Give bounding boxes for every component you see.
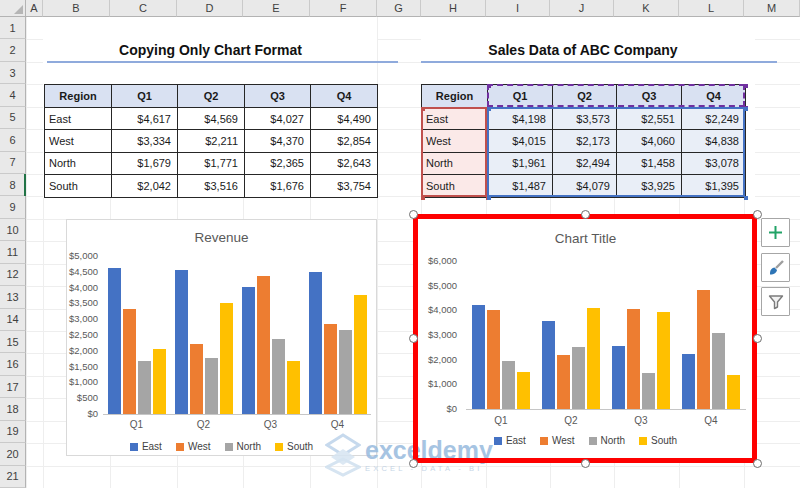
legend-item-south[interactable]: South [639, 435, 677, 446]
x-axis-category-label[interactable]: Q4 [676, 415, 746, 426]
row-header-2[interactable]: 2 [0, 39, 26, 61]
chart-styles-button[interactable] [761, 253, 790, 282]
x-axis-line[interactable] [466, 409, 746, 410]
table-cell[interactable]: West [45, 130, 112, 152]
y-axis-tick-label[interactable]: $3,000 [67, 313, 98, 324]
table-cell[interactable]: $4,198 [488, 108, 553, 130]
y-axis-tick-label[interactable]: $2,000 [67, 345, 98, 356]
row-header-20[interactable]: 20 [0, 443, 26, 465]
bar-west-q3[interactable] [627, 309, 640, 409]
bar-west-q2[interactable] [557, 355, 570, 409]
selection-handle[interactable] [581, 210, 590, 219]
row-header-5[interactable]: 5 [0, 107, 26, 129]
column-header-A[interactable]: A [26, 0, 43, 17]
table-header-cell[interactable]: Q4 [682, 85, 746, 108]
y-axis-tick-label[interactable]: $6,000 [418, 255, 457, 266]
table-cell[interactable]: $3,334 [112, 130, 178, 152]
y-axis-tick-label[interactable]: $4,500 [67, 266, 98, 277]
column-header-L[interactable]: L [679, 0, 744, 17]
x-axis-category-label[interactable]: Q1 [466, 415, 536, 426]
chart-title[interactable]: Revenue [67, 230, 376, 245]
table-cell[interactable]: $2,211 [178, 130, 245, 152]
x-axis-line[interactable] [103, 414, 371, 415]
bar-north-q3[interactable] [272, 339, 285, 414]
row-header-11[interactable]: 11 [0, 241, 26, 263]
table-cell[interactable]: $4,617 [112, 108, 178, 130]
table-cell[interactable]: $4,490 [311, 108, 378, 130]
y-axis-tick-label[interactable]: $4,000 [67, 282, 98, 293]
legend-item-east[interactable]: East [130, 441, 162, 452]
bar-south-q3[interactable] [287, 361, 300, 414]
table-cell[interactable]: $2,042 [112, 175, 178, 197]
table-cell[interactable]: $1,961 [488, 153, 553, 175]
table-cell[interactable]: $1,679 [112, 153, 178, 175]
bar-south-q2[interactable] [587, 308, 600, 409]
bar-south-q1[interactable] [153, 349, 166, 414]
table-header-cell[interactable]: Q2 [178, 85, 245, 108]
legend-item-west[interactable]: West [540, 435, 575, 446]
table-cell[interactable]: $4,838 [682, 130, 746, 152]
row-header-14[interactable]: 14 [0, 309, 26, 331]
column-header-F[interactable]: F [310, 0, 377, 17]
table-cell[interactable]: $4,079 [553, 175, 617, 197]
row-header-17[interactable]: 17 [0, 376, 26, 398]
table-cell[interactable]: $1,395 [682, 175, 746, 197]
table-cell[interactable]: $2,643 [311, 153, 378, 175]
column-header-D[interactable]: D [177, 0, 243, 17]
bar-north-q2[interactable] [205, 358, 218, 414]
table-header-cell[interactable]: Q4 [311, 85, 378, 108]
table-cell[interactable]: $2,365 [245, 153, 311, 175]
bar-west-q1[interactable] [123, 309, 136, 414]
bar-east-q3[interactable] [242, 287, 255, 414]
table-cell[interactable]: $3,078 [682, 153, 746, 175]
selection-handle[interactable] [753, 459, 762, 468]
y-axis-tick-label[interactable]: $0 [418, 403, 457, 414]
table-cell[interactable]: $3,516 [178, 175, 245, 197]
row-header-8[interactable]: 8 [0, 174, 26, 196]
selection-handle[interactable] [753, 210, 762, 219]
bar-east-q2[interactable] [542, 321, 555, 409]
row-header-4[interactable]: 4 [0, 84, 26, 106]
table-cell[interactable]: $3,925 [617, 175, 682, 197]
bar-south-q1[interactable] [517, 372, 530, 409]
x-axis-category-label[interactable]: Q2 [536, 415, 606, 426]
legend-item-west[interactable]: West [176, 441, 211, 452]
y-axis-tick-label[interactable]: $4,000 [418, 304, 457, 315]
table-header-cell[interactable]: Q1 [488, 85, 553, 108]
y-axis-tick-label[interactable]: $2,500 [67, 329, 98, 340]
table-header-cell[interactable]: Q3 [617, 85, 682, 108]
selection-handle[interactable] [409, 210, 418, 219]
bar-north-q4[interactable] [712, 333, 725, 409]
table-header-cell[interactable]: Q3 [245, 85, 311, 108]
column-header-C[interactable]: C [110, 0, 177, 17]
table-cell[interactable]: $2,854 [311, 130, 378, 152]
table-cell[interactable]: $2,551 [617, 108, 682, 130]
legend-item-south[interactable]: South [275, 441, 313, 452]
table-cell[interactable]: $1,487 [488, 175, 553, 197]
selection-handle[interactable] [581, 459, 590, 468]
row-header-12[interactable]: 12 [0, 264, 26, 286]
x-axis-category-label[interactable]: Q3 [606, 415, 676, 426]
bar-north-q4[interactable] [339, 330, 352, 414]
bar-north-q1[interactable] [138, 361, 151, 414]
table-cell[interactable]: $4,060 [617, 130, 682, 152]
table-header-cell[interactable]: Q1 [112, 85, 178, 108]
bar-east-q4[interactable] [309, 272, 322, 414]
selected-chart[interactable]: Chart Title$0$1,000$2,000$3,000$4,000$5,… [417, 218, 754, 460]
selection-handle[interactable] [753, 334, 762, 343]
legend-item-north[interactable]: North [589, 435, 625, 446]
bar-south-q2[interactable] [220, 303, 233, 414]
bar-west-q4[interactable] [324, 324, 337, 414]
chart-elements-button[interactable] [761, 218, 790, 247]
legend-item-north[interactable]: North [225, 441, 261, 452]
select-all-corner[interactable] [0, 0, 26, 17]
column-header-H[interactable]: H [421, 0, 486, 17]
table-cell[interactable]: South [45, 175, 112, 197]
selection-handle[interactable] [409, 334, 418, 343]
table-cell[interactable]: $1,458 [617, 153, 682, 175]
bar-south-q4[interactable] [727, 375, 740, 409]
column-header-K[interactable]: K [614, 0, 679, 17]
column-header-B[interactable]: B [43, 0, 110, 17]
column-header-J[interactable]: J [550, 0, 614, 17]
table-header-cell[interactable]: Q2 [553, 85, 617, 108]
